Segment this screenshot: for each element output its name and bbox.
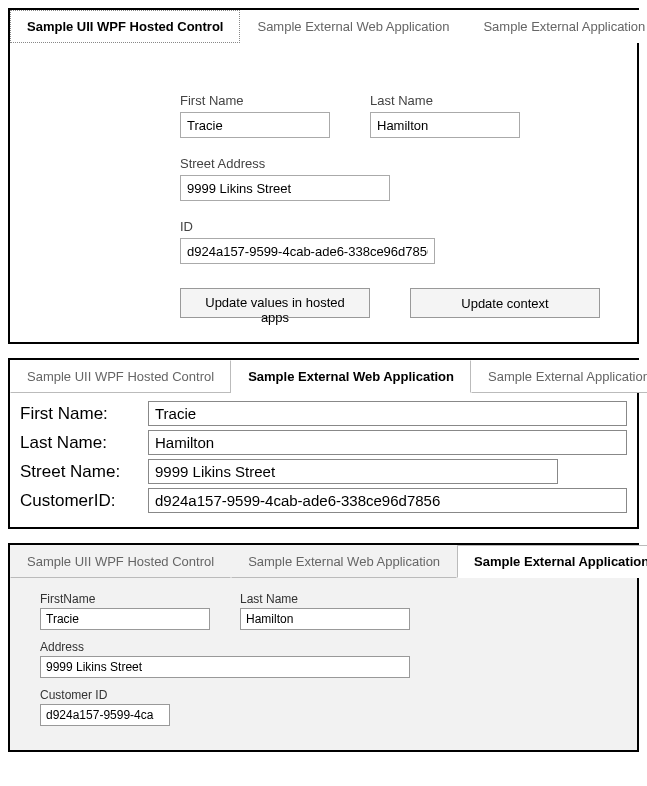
panel3-body: FirstName Last Name Address Customer ID bbox=[10, 578, 637, 750]
first-name-input[interactable] bbox=[40, 608, 210, 630]
customer-id-label: CustomerID: bbox=[20, 491, 148, 511]
street-address-input[interactable] bbox=[180, 175, 390, 201]
tab-web[interactable]: Sample External Web Application bbox=[231, 545, 457, 578]
tab-wpf[interactable]: Sample UII WPF Hosted Control bbox=[10, 10, 240, 43]
panel2-body: First Name: Last Name: Street Name: Cust… bbox=[10, 393, 637, 527]
street-address-label: Street Address bbox=[180, 156, 390, 171]
address-input[interactable] bbox=[40, 656, 410, 678]
tab-web[interactable]: Sample External Web Application bbox=[231, 360, 471, 393]
first-name-label: First Name bbox=[180, 93, 330, 108]
id-input[interactable] bbox=[180, 238, 435, 264]
last-name-input[interactable] bbox=[240, 608, 410, 630]
id-label: ID bbox=[180, 219, 435, 234]
customer-id-input[interactable] bbox=[148, 488, 627, 513]
panel1-body: First Name Last Name Street Address ID U… bbox=[10, 43, 637, 342]
tab-bar: Sample UII WPF Hosted Control Sample Ext… bbox=[10, 10, 637, 43]
street-name-label: Street Name: bbox=[20, 462, 148, 482]
customer-id-label: Customer ID bbox=[40, 688, 170, 702]
tab-ext[interactable]: Sample External Application bbox=[457, 545, 647, 578]
tab-ext[interactable]: Sample External Application bbox=[466, 10, 647, 43]
tab-wpf[interactable]: Sample UII WPF Hosted Control bbox=[10, 360, 231, 393]
panel-external-web-app: Sample UII WPF Hosted Control Sample Ext… bbox=[8, 358, 639, 529]
customer-id-input[interactable] bbox=[40, 704, 170, 726]
panel-wpf-hosted-control: Sample UII WPF Hosted Control Sample Ext… bbox=[8, 8, 639, 344]
tab-bar: Sample UII WPF Hosted Control Sample Ext… bbox=[10, 545, 637, 578]
address-label: Address bbox=[40, 640, 410, 654]
update-hosted-apps-button[interactable]: Update values in hosted apps bbox=[180, 288, 370, 318]
tab-wpf[interactable]: Sample UII WPF Hosted Control bbox=[10, 545, 231, 578]
first-name-label: First Name: bbox=[20, 404, 148, 424]
update-context-button[interactable]: Update context bbox=[410, 288, 600, 318]
last-name-input[interactable] bbox=[148, 430, 627, 455]
first-name-label: FirstName bbox=[40, 592, 210, 606]
tab-ext[interactable]: Sample External Application bbox=[471, 360, 647, 393]
last-name-label: Last Name bbox=[240, 592, 410, 606]
tab-web[interactable]: Sample External Web Application bbox=[240, 10, 466, 43]
last-name-label: Last Name: bbox=[20, 433, 148, 453]
last-name-label: Last Name bbox=[370, 93, 520, 108]
first-name-input[interactable] bbox=[180, 112, 330, 138]
tab-bar: Sample UII WPF Hosted Control Sample Ext… bbox=[10, 360, 637, 393]
panel-external-application: Sample UII WPF Hosted Control Sample Ext… bbox=[8, 543, 639, 752]
first-name-input[interactable] bbox=[148, 401, 627, 426]
street-name-input[interactable] bbox=[148, 459, 558, 484]
last-name-input[interactable] bbox=[370, 112, 520, 138]
